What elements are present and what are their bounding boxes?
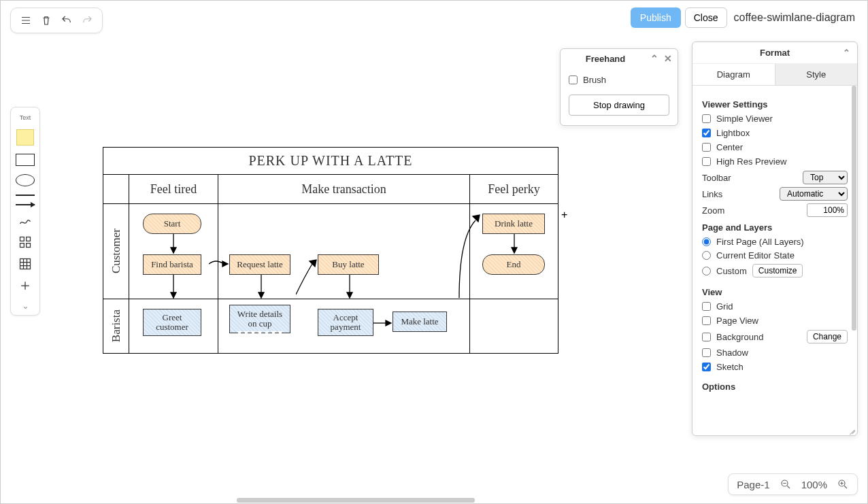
svg-marker-14 [473,215,480,222]
menu-icon[interactable] [18,12,34,29]
page-view-row[interactable]: Page View [702,316,848,326]
close-button[interactable]: Close [685,7,727,28]
delete-icon[interactable] [38,12,54,29]
top-right-controls: Publish Close coffee-swimlane-diagram [631,7,858,28]
svg-marker-8 [171,292,176,298]
pal-text-tool[interactable]: Text [20,114,31,121]
node-find-barista[interactable]: Find barista [143,254,201,275]
custom-radio[interactable] [702,267,711,275]
first-page-row[interactable]: First Page (All Layers) [702,237,848,247]
svg-rect-3 [27,243,31,248]
canvas[interactable]: PERK UP WITH A LATTE Customer Barista Fe… [41,41,690,476]
sketch-checkbox[interactable] [702,363,711,371]
high-res-checkbox[interactable] [702,157,711,166]
background-checkbox[interactable] [702,333,711,341]
toolbar-select[interactable]: Top [803,171,848,184]
links-select[interactable]: Automatic [780,187,848,201]
diagram-title[interactable]: PERK UP WITH A LATTE [103,148,558,175]
format-resize-handle[interactable] [848,426,856,434]
zoom-out-icon[interactable] [780,478,792,490]
customize-button[interactable]: Customize [752,264,803,278]
node-make-latte[interactable]: Make latte [393,312,447,332]
pal-rectangle[interactable] [16,154,35,166]
format-tabs: Diagram Style [692,64,857,86]
first-page-label: First Page (All Layers) [716,237,804,247]
format-panel: Format ⌃ Diagram Style Viewer Settings S… [692,41,858,436]
grid-checkbox[interactable] [702,302,711,311]
pal-expand-icon[interactable]: ⌄ [22,301,29,311]
pal-freehand-icon[interactable] [18,214,32,227]
background-row[interactable]: Background Change [702,330,848,343]
lane-barista[interactable]: Barista [103,299,129,353]
pal-sticky-note[interactable] [16,129,34,146]
node-greet-customer[interactable]: Greet customer [143,309,201,336]
node-start[interactable]: Start [143,214,201,234]
format-collapse-icon[interactable]: ⌃ [843,48,850,58]
first-page-radio[interactable] [702,237,711,246]
grid-row[interactable]: Grid [702,301,848,312]
zoom-display[interactable]: 100% [801,479,827,490]
simple-viewer-checkbox[interactable] [702,114,711,123]
bottom-bar: Page-1 100% [728,473,858,495]
shadow-checkbox[interactable] [702,348,711,357]
sketch-row[interactable]: Sketch [702,362,848,372]
swimlane-container[interactable]: PERK UP WITH A LATTE Customer Barista Fe… [103,147,558,354]
phase-feel-tired[interactable]: Feel tired [129,175,218,203]
lightbox-checkbox[interactable] [702,129,711,137]
svg-marker-15 [386,320,391,326]
options-title: Options [702,382,848,392]
zoom-input[interactable] [807,203,848,217]
current-editor-radio[interactable] [702,251,711,260]
page-view-checkbox[interactable] [702,316,711,325]
lane-customer[interactable]: Customer [103,203,129,299]
shadow-row[interactable]: Shadow [702,348,848,358]
horizontal-scrollbar[interactable] [237,498,475,503]
zoom-in-icon[interactable] [837,478,849,490]
document-name[interactable]: coffee-swimlane-diagram [731,9,858,27]
center-checkbox[interactable] [702,143,711,152]
lightbox-label: Lightbox [716,128,750,138]
background-label: Background [716,332,763,342]
simple-viewer-label: Simple Viewer [716,114,773,124]
node-accept-payment[interactable]: Accept payment [318,309,373,336]
center-label: Center [716,142,743,152]
lightbox-row[interactable]: Lightbox [702,128,848,138]
svg-marker-12 [310,260,316,267]
phase-make-transaction[interactable]: Make transaction [218,175,469,203]
publish-button[interactable]: Publish [631,7,681,28]
current-editor-row[interactable]: Current Editor State [702,250,848,261]
pal-shapes-icon[interactable] [18,235,32,249]
node-write-details[interactable]: Write details on cup [229,305,290,333]
node-buy-latte[interactable]: Buy latte [318,254,379,275]
tab-diagram[interactable]: Diagram [692,64,775,85]
custom-row[interactable]: Custom Customize [702,264,848,278]
change-button[interactable]: Change [807,330,848,343]
pal-table-icon[interactable] [18,257,32,271]
svg-marker-11 [222,261,228,267]
svg-rect-4 [20,259,31,269]
node-request-latte[interactable]: Request latte [229,254,290,275]
phase-feel-perky[interactable]: Feel perky [469,175,558,203]
view-title: View [702,287,848,297]
page-label[interactable]: Page-1 [737,479,769,490]
tab-style[interactable]: Style [775,64,858,85]
pal-add-icon[interactable] [18,279,32,292]
high-res-row[interactable]: High Res Preview [702,156,848,167]
pal-ellipse[interactable] [16,174,35,186]
redo-icon[interactable] [79,12,95,29]
current-editor-label: Current Editor State [716,250,795,261]
node-end[interactable]: End [482,254,545,275]
shadow-label: Shadow [716,348,748,358]
custom-label: Custom [716,266,747,276]
simple-viewer-row[interactable]: Simple Viewer [702,114,848,124]
undo-icon[interactable] [59,12,75,29]
top-toolbar [10,7,103,33]
zoom-field-label: Zoom [702,205,724,216]
node-drink-latte[interactable]: Drink latte [482,214,545,234]
format-scrollbar[interactable] [852,86,856,331]
page-view-label: Page View [716,316,758,326]
pal-arrow[interactable] [16,204,35,205]
pal-line[interactable] [16,195,35,196]
viewer-settings-title: Viewer Settings [702,99,848,110]
center-row[interactable]: Center [702,142,848,152]
